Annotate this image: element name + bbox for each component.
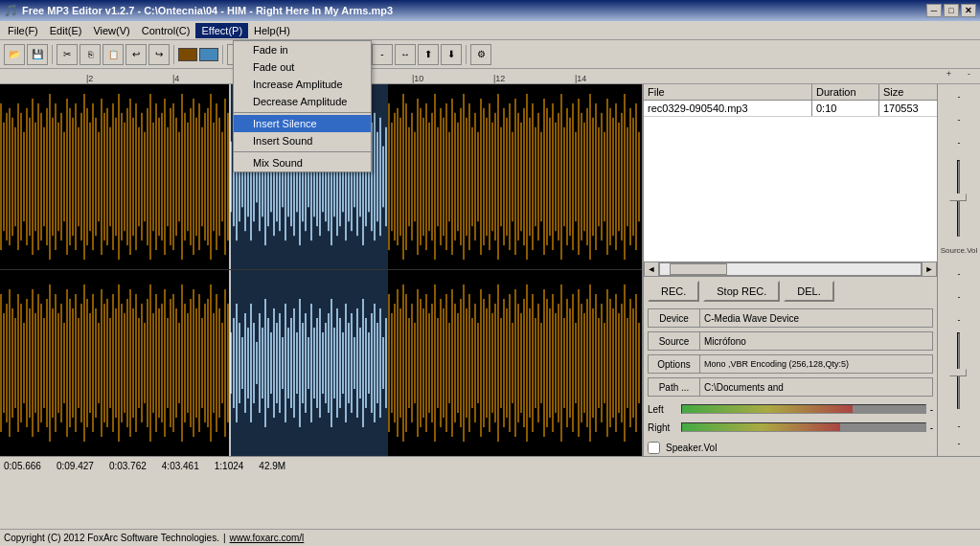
zoom-out-button[interactable]: - xyxy=(372,44,393,65)
zoom-fit-button[interactable]: ↔ xyxy=(395,44,416,65)
undo-button[interactable]: ↩ xyxy=(125,44,147,65)
del-button[interactable]: DEL. xyxy=(784,281,833,302)
scroll-right-button[interactable]: ► xyxy=(922,262,937,277)
ruler-zoom-minus[interactable]: - xyxy=(968,69,970,79)
svg-rect-215 xyxy=(615,103,617,250)
svg-rect-184 xyxy=(526,94,528,260)
svg-rect-355 xyxy=(371,313,373,413)
tick-5: - xyxy=(957,292,960,302)
svg-rect-155 xyxy=(443,118,444,236)
slider-2-thumb[interactable] xyxy=(949,369,967,376)
cut-button[interactable]: ✂ xyxy=(57,44,78,65)
svg-rect-19 xyxy=(55,103,57,250)
scroll-thumb[interactable] xyxy=(670,263,727,275)
svg-rect-201 xyxy=(575,132,577,222)
menu-insert-silence[interactable]: Insert Silence xyxy=(234,115,371,132)
svg-rect-263 xyxy=(109,318,111,408)
svg-rect-186 xyxy=(532,103,534,250)
menu-increase-amp[interactable]: Increase Amplitude xyxy=(234,76,371,93)
vol-middle-ticks: - - - xyxy=(957,269,960,325)
svg-rect-283 xyxy=(167,318,169,408)
svg-rect-304 xyxy=(227,304,229,422)
col-header-size: Size xyxy=(879,84,937,100)
collapse-button[interactable]: ⬇ xyxy=(441,44,462,65)
menu-insert-sound[interactable]: Insert Sound xyxy=(234,132,371,149)
svg-rect-412 xyxy=(535,318,536,408)
svg-rect-374 xyxy=(425,294,427,432)
menu-effect[interactable]: Effect(P) xyxy=(195,23,248,38)
menu-view[interactable]: View(V) xyxy=(87,23,135,38)
svg-rect-46 xyxy=(132,118,134,236)
paste-button[interactable]: 📋 xyxy=(103,44,124,65)
file-list-empty-area xyxy=(644,117,937,262)
svg-rect-205 xyxy=(586,108,588,245)
svg-rect-223 xyxy=(638,132,640,222)
svg-rect-333 xyxy=(308,337,309,389)
svg-rect-210 xyxy=(601,113,603,240)
slider-1-thumb[interactable] xyxy=(949,193,967,201)
svg-rect-203 xyxy=(581,113,582,240)
svg-rect-178 xyxy=(509,103,511,250)
svg-rect-54 xyxy=(155,103,157,250)
toolbar-separator-3 xyxy=(222,45,223,64)
menu-control[interactable]: Control(C) xyxy=(136,23,196,38)
save-button[interactable]: 💾 xyxy=(27,44,48,65)
svg-rect-405 xyxy=(514,289,516,437)
svg-rect-326 xyxy=(287,328,289,398)
minimize-button[interactable]: ─ xyxy=(926,4,942,17)
expand-button[interactable]: ⬆ xyxy=(418,44,439,65)
svg-rect-76 xyxy=(218,118,220,236)
menu-edit[interactable]: Edit(E) xyxy=(44,23,88,38)
svg-rect-48 xyxy=(138,127,140,226)
menu-file[interactable]: File(F) xyxy=(2,23,44,38)
speaker-vol-row: Speaker.Vol xyxy=(644,440,937,456)
svg-rect-221 xyxy=(632,118,634,236)
svg-rect-270 xyxy=(129,289,131,437)
level-right-label: Right xyxy=(648,422,681,433)
ruler-zoom-plus[interactable]: + xyxy=(946,69,951,79)
svg-rect-13 xyxy=(37,103,39,250)
file-list-row[interactable]: rec0329-090540.mp3 0:10 170553 xyxy=(644,101,937,117)
svg-rect-279 xyxy=(155,294,157,432)
svg-rect-428 xyxy=(581,304,582,422)
rec-button[interactable]: REC. xyxy=(648,281,699,302)
scroll-left-button[interactable]: ◄ xyxy=(644,262,659,277)
svg-rect-29 xyxy=(83,94,85,260)
toolbar: 📂 💾 ✂ ⎘ 📋 ↩ ↪ |◀ ▶| ▶ ⏹ ⏺ + - ↔ ⬆ ⬇ ⚙ xyxy=(0,40,980,69)
svg-rect-244 xyxy=(55,294,57,432)
svg-rect-213 xyxy=(609,108,611,245)
redo-button[interactable]: ↪ xyxy=(148,44,170,65)
menu-fade-in[interactable]: Fade in xyxy=(234,41,371,58)
speaker-vol-checkbox[interactable] xyxy=(648,442,660,454)
menu-help[interactable]: Help(H) xyxy=(248,23,296,38)
svg-rect-166 xyxy=(474,113,476,240)
svg-rect-379 xyxy=(440,299,442,427)
svg-rect-394 xyxy=(483,299,485,427)
effect-menu[interactable]: Fade in Fade out Increase Amplitude Decr… xyxy=(233,40,372,172)
menu-decrease-amp[interactable]: Decrease Amplitude xyxy=(234,93,371,110)
svg-rect-312 xyxy=(247,328,249,398)
svg-rect-181 xyxy=(517,113,519,240)
level-meters: Left - Right - xyxy=(644,399,937,440)
svg-rect-441 xyxy=(618,313,620,413)
menu-mix-sound[interactable]: Mix Sound xyxy=(234,154,371,171)
website-link[interactable]: www.foxarc.com/l xyxy=(230,533,305,543)
stop-rec-button[interactable]: Stop REC. xyxy=(703,281,780,302)
svg-rect-395 xyxy=(486,308,488,418)
svg-rect-248 xyxy=(66,289,68,437)
path-label[interactable]: Path ... xyxy=(648,377,700,397)
svg-rect-41 xyxy=(118,94,120,260)
close-button[interactable]: ✕ xyxy=(961,4,976,17)
settings-button[interactable]: ⚙ xyxy=(470,44,491,65)
waveform-bottom[interactable] xyxy=(0,270,642,456)
svg-rect-249 xyxy=(69,299,71,427)
open-button[interactable]: 📂 xyxy=(4,44,25,65)
svg-rect-362 xyxy=(391,313,393,413)
svg-rect-308 xyxy=(236,304,238,422)
svg-rect-443 xyxy=(624,284,626,442)
maximize-button[interactable]: □ xyxy=(944,4,959,17)
scroll-track[interactable] xyxy=(659,262,922,276)
copy-button[interactable]: ⎘ xyxy=(80,44,101,65)
svg-rect-442 xyxy=(621,304,623,422)
menu-fade-out[interactable]: Fade out xyxy=(234,58,371,76)
